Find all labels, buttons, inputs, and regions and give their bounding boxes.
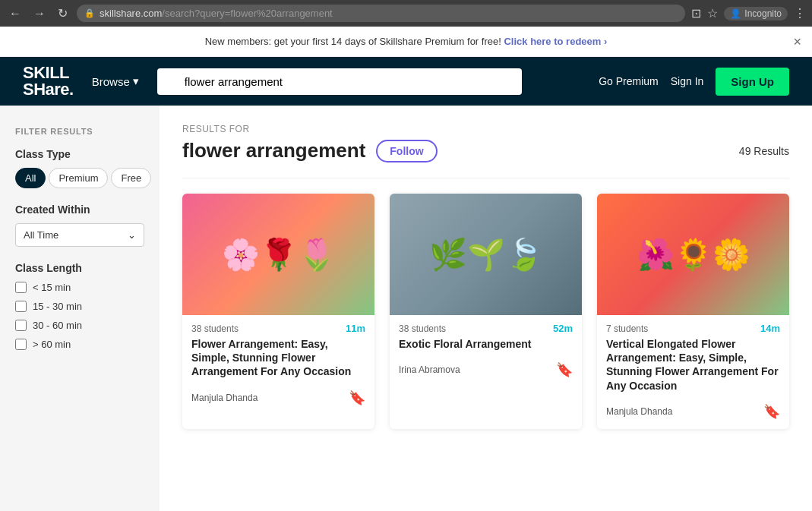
incognito-icon: 👤	[730, 8, 741, 19]
card-students-3: 7 students	[606, 323, 648, 334]
bookmark-icon-3[interactable]: 🔖	[763, 403, 780, 420]
search-wrapper: 🔍	[157, 68, 522, 95]
sign-in-button[interactable]: Sign In	[671, 75, 704, 87]
lock-icon: 🔒	[84, 8, 95, 18]
length-option-15min[interactable]: < 15 min	[15, 282, 144, 293]
course-card[interactable]: 🌿🌱🍃 38 students 52m Exotic Floral Arrang…	[390, 194, 582, 429]
chevron-down-icon: ▾	[133, 74, 139, 88]
class-type-premium[interactable]: Premium	[49, 168, 108, 188]
results-for-label: RESULTS FOR	[182, 124, 789, 134]
address-bar[interactable]: 🔒 skillshare.com/search?query=flower%20a…	[77, 5, 685, 22]
card-author-2: Irina Abramova	[399, 364, 460, 375]
incognito-badge: 👤 Incognito	[724, 7, 788, 21]
length-checkbox-15-30min[interactable]	[15, 301, 27, 312]
card-meta-3: 7 students 14m	[597, 315, 789, 337]
card-author-1: Manjula Dhanda	[191, 393, 258, 403]
card-author-3: Manjula Dhanda	[606, 406, 672, 417]
banner-close-button[interactable]: ×	[793, 33, 801, 49]
card-footer-1: Manjula Dhanda 🔖	[182, 385, 374, 415]
site-header: SKILL SHare. Browse ▾ 🔍 Go Premium Sign …	[0, 57, 812, 106]
back-button[interactable]: ←	[6, 5, 24, 22]
card-students-2: 38 students	[399, 323, 446, 334]
reload-button[interactable]: ↻	[55, 5, 71, 22]
class-type-free[interactable]: Free	[111, 168, 151, 188]
main-container: FILTER RESULTS Class Type All Premium Fr…	[0, 106, 812, 511]
card-thumbnail-2: 🌿🌱🍃	[390, 194, 582, 315]
card-footer-2: Irina Abramova 🔖	[390, 357, 582, 387]
content-area: RESULTS FOR flower arrangement Follow 49…	[160, 106, 812, 511]
card-duration-2: 52m	[553, 323, 573, 334]
header-right: Go Premium Sign In Sign Up	[599, 68, 789, 96]
browser-chrome: ← → ↻ 🔒 skillshare.com/search?query=flow…	[0, 0, 812, 27]
bookmark-icon-1[interactable]: 🔖	[349, 390, 365, 406]
length-checkbox-30-60min[interactable]	[15, 320, 27, 331]
banner-cta-link[interactable]: Click here to redeem ›	[504, 36, 607, 47]
bookmark-icon-2[interactable]: 🔖	[556, 361, 573, 378]
class-type-label: Class Type	[15, 148, 144, 160]
class-length-label: Class Length	[15, 262, 144, 274]
card-duration-3: 14m	[760, 323, 780, 334]
search-input[interactable]	[157, 68, 522, 95]
card-students-1: 38 students	[191, 323, 239, 334]
class-length-section: Class Length < 15 min 15 - 30 min 30 - 6…	[15, 262, 144, 350]
chevron-down-icon: ⌄	[128, 229, 136, 241]
created-within-section: Created Within All Time ⌄	[15, 203, 144, 247]
sidebar: FILTER RESULTS Class Type All Premium Fr…	[0, 106, 160, 511]
class-type-all[interactable]: All	[15, 168, 46, 188]
promo-banner: New members: get your first 14 days of S…	[0, 27, 812, 57]
card-title-2: Exotic Floral Arrangement	[390, 337, 582, 357]
course-card[interactable]: 🌸🌹🌷 38 students 11m Flower Arrangement: …	[182, 194, 374, 429]
card-meta-1: 38 students 11m	[182, 315, 374, 337]
card-title-1: Flower Arrangement: Easy, Simple, Stunni…	[182, 337, 374, 385]
forward-button[interactable]: →	[30, 5, 49, 22]
length-checkbox-60min-plus[interactable]	[15, 339, 27, 350]
class-type-buttons: All Premium Free	[15, 168, 144, 188]
divider	[182, 178, 789, 178]
cast-icon: ⊡	[691, 6, 701, 21]
search-title-row: flower arrangement Follow 49 Results	[182, 139, 789, 162]
card-title-3: Vertical Elongated Flower Arrangement: E…	[597, 337, 789, 399]
card-thumbnail-1: 🌸🌹🌷	[182, 194, 374, 315]
card-thumbnail-3: 🌺🌻🌼	[597, 194, 789, 315]
cards-grid: 🌸🌹🌷 38 students 11m Flower Arrangement: …	[182, 194, 789, 429]
card-meta-2: 38 students 52m	[390, 315, 582, 337]
card-footer-3: Manjula Dhanda 🔖	[597, 399, 789, 429]
search-query-title: flower arrangement	[182, 139, 365, 162]
go-premium-button[interactable]: Go Premium	[599, 75, 659, 87]
logo: SKILL SHare.	[23, 65, 74, 98]
star-icon[interactable]: ☆	[707, 6, 718, 21]
results-count: 49 Results	[739, 145, 789, 157]
course-card[interactable]: 🌺🌻🌼 7 students 14m Vertical Elongated Fl…	[597, 194, 789, 429]
created-within-label: Created Within	[15, 203, 144, 216]
browse-button[interactable]: Browse ▾	[92, 74, 139, 88]
menu-icon[interactable]: ⋮	[794, 6, 806, 21]
browser-actions: ⊡ ☆ 👤 Incognito ⋮	[691, 6, 806, 21]
filter-heading: FILTER RESULTS	[15, 127, 144, 136]
url-text: skillshare.com/search?query=flower%20arr…	[100, 8, 333, 19]
length-option-15-30min[interactable]: 15 - 30 min	[15, 301, 144, 312]
length-option-60min-plus[interactable]: > 60 min	[15, 339, 144, 350]
card-duration-1: 11m	[346, 323, 365, 334]
created-within-dropdown[interactable]: All Time ⌄	[15, 223, 144, 247]
sign-up-button[interactable]: Sign Up	[716, 68, 789, 96]
length-checkbox-15min[interactable]	[15, 282, 27, 293]
follow-button[interactable]: Follow	[376, 140, 437, 162]
length-option-30-60min[interactable]: 30 - 60 min	[15, 320, 144, 331]
